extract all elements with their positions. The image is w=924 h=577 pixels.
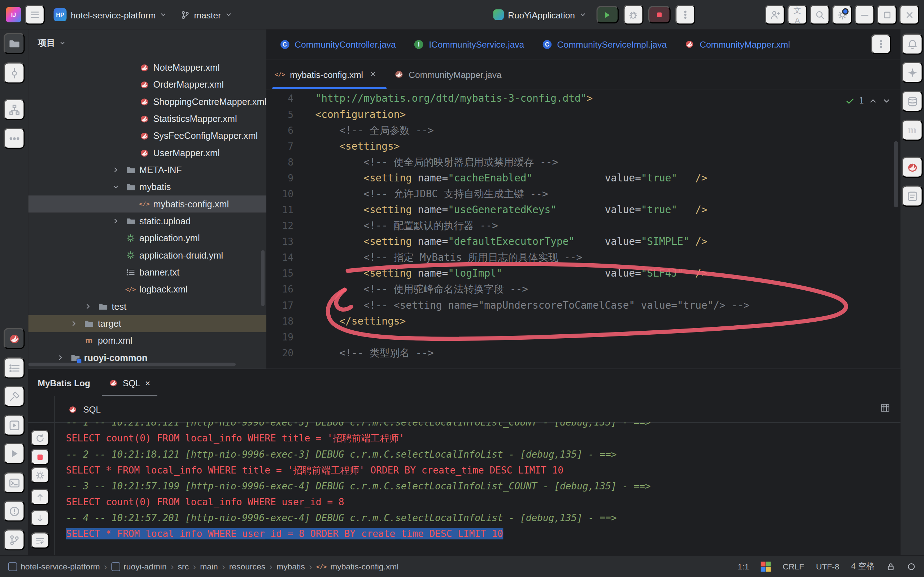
editor-tab-CommunityMapper.xml[interactable]: CommunityMapper.xml	[681, 29, 802, 59]
tree-item-target[interactable]: target	[28, 315, 267, 332]
run-tool-icon[interactable]	[3, 443, 25, 464]
tree-item-META-INF[interactable]: META-INF	[28, 161, 267, 178]
settings-icon[interactable]	[31, 467, 50, 484]
log-line[interactable]: SELECT count(0) FROM local_info WHERE ti…	[54, 430, 900, 446]
next-problem-icon[interactable]	[882, 97, 891, 105]
line-number[interactable]: 18	[267, 313, 294, 329]
tree-item-banner.txt[interactable]: banner.txt	[28, 264, 267, 280]
breadcrumb-ruoyi-admin[interactable]: ruoyi-admin	[111, 562, 167, 571]
tree-item-pom.xml[interactable]: mpom.xml	[28, 332, 267, 349]
tree-item-application-druid.yml[interactable]: application-druid.yml	[28, 247, 267, 264]
editor-scrollbar[interactable]	[894, 141, 898, 207]
log-line[interactable]: -- 4 -- 10:21:57.201 [http-nio-9996-exec…	[54, 510, 900, 526]
project-icon[interactable]	[3, 33, 25, 54]
editor-tab-mybatis-config.xml[interactable]: </>mybatis-config.xml×	[271, 60, 388, 89]
debug-button[interactable]	[624, 5, 643, 25]
editor-tab-CommunityController.java[interactable]: CCommunityController.java	[276, 29, 407, 59]
tree-item-NoteMapper.xml[interactable]: NoteMapper.xml	[28, 59, 267, 76]
editor-tab-CommunityServiceImpl.java[interactable]: CCommunityServiceImpl.java	[538, 29, 678, 59]
editor-tab-CommunityMapper.java[interactable]: CommunityMapper.java	[390, 60, 513, 89]
stop-icon[interactable]	[31, 449, 50, 465]
chevron-down-icon[interactable]	[59, 39, 66, 47]
stop-button[interactable]	[648, 6, 670, 23]
project-widget[interactable]: HP hotel-service-platform	[48, 5, 172, 25]
more-actions-button[interactable]	[675, 5, 696, 25]
tree-item-static.upload[interactable]: static.upload	[28, 213, 267, 229]
chevron-right-icon[interactable]	[56, 353, 66, 363]
run-config-selector[interactable]: RuoYiApplication	[488, 5, 591, 25]
line-number[interactable]: 6	[267, 122, 294, 139]
horizontal-scrollbar[interactable]	[28, 363, 236, 366]
close-icon[interactable]	[899, 5, 919, 25]
chevron-right-icon[interactable]	[111, 216, 122, 226]
problems-icon[interactable]	[3, 501, 25, 522]
ai-assistant-icon[interactable]	[901, 62, 923, 83]
settings-icon[interactable]	[832, 5, 852, 25]
line-number[interactable]: 10	[267, 186, 294, 202]
line-number[interactable]: 13	[267, 234, 294, 250]
vertical-scrollbar[interactable]	[261, 250, 265, 306]
close-icon[interactable]: ×	[145, 377, 150, 388]
line-number[interactable]: 14	[267, 250, 294, 266]
inspection-widget[interactable]: 1	[845, 93, 891, 109]
caret-position[interactable]: 1:1	[737, 562, 749, 571]
close-icon[interactable]: ×	[370, 69, 376, 79]
line-number[interactable]: 19	[267, 329, 294, 345]
tree-item-OrderMapper.xml[interactable]: OrderMapper.xml	[28, 76, 267, 93]
line-number[interactable]: 20	[267, 345, 294, 361]
search-icon[interactable]	[809, 5, 830, 25]
git-icon[interactable]	[3, 529, 25, 551]
soft-wrap-icon[interactable]	[31, 532, 50, 549]
more-tools-icon[interactable]	[3, 128, 25, 149]
file-encoding[interactable]: UTF-8	[816, 562, 840, 571]
main-menu-button[interactable]	[25, 5, 45, 25]
breadcrumb-hotel-service-platform[interactable]: hotel-service-platform	[8, 562, 100, 571]
line-number[interactable]: 7	[267, 139, 294, 154]
prev-problem-icon[interactable]	[869, 97, 877, 105]
scroll-up-icon[interactable]	[31, 488, 50, 505]
chevron-right-icon[interactable]	[84, 302, 94, 311]
line-number[interactable]: 11	[267, 202, 294, 218]
line-number[interactable]: 8	[267, 154, 294, 170]
log-line[interactable]: -- 2 -- 10:21:18.121 [http-nio-9996-exec…	[54, 446, 900, 462]
translation-plugin-icon[interactable]	[901, 185, 923, 206]
minimize-icon[interactable]	[855, 5, 874, 25]
line-number[interactable]: 4	[267, 90, 294, 106]
maven-icon[interactable]: m	[901, 119, 923, 141]
breadcrumb-main[interactable]: main	[200, 562, 218, 571]
vcs-branch-widget[interactable]: master	[176, 5, 237, 25]
run-button[interactable]	[596, 6, 619, 23]
log-line[interactable]: SELECT * FROM local_info WHERE title = '…	[54, 462, 900, 478]
line-number[interactable]: 16	[267, 281, 294, 297]
line-number[interactable]: 15	[267, 266, 294, 281]
breadcrumb-mybatis[interactable]: mybatis	[276, 562, 305, 571]
log-line[interactable]: -- 3 -- 10:21:57.199 [http-nio-9996-exec…	[54, 478, 900, 494]
scroll-down-icon[interactable]	[31, 510, 50, 527]
chevron-down-icon[interactable]	[111, 182, 122, 192]
table-view-icon[interactable]	[880, 403, 890, 413]
indent-style[interactable]: 4 空格	[851, 561, 874, 572]
tree-item-logback.xml[interactable]: </>logback.xml	[28, 281, 267, 298]
mybatis-log-icon[interactable]	[3, 328, 25, 349]
tree-item-SysFeeConfigMapper.xml[interactable]: SysFeeConfigMapper.xml	[28, 127, 267, 144]
tree-item-ShoppingCentreMapper.xml[interactable]: ShoppingCentreMapper.xml	[28, 93, 267, 110]
tree-item-UserMapper.xml[interactable]: UserMapper.xml	[28, 144, 267, 161]
structure-icon[interactable]	[3, 99, 25, 120]
tree-item-mybatis-config.xml[interactable]: </>mybatis-config.xml	[28, 195, 267, 213]
breadcrumb-mybatis-config.xml[interactable]: </>mybatis-config.xml	[316, 562, 399, 571]
tree-item-mybatis[interactable]: mybatis	[28, 179, 267, 195]
log-line[interactable]: SELECT * FROM local_info WHERE user_id =…	[54, 526, 900, 542]
chevron-right-icon[interactable]	[111, 165, 122, 174]
commit-icon[interactable]	[3, 62, 25, 84]
rerun-icon[interactable]	[31, 430, 50, 446]
log-line[interactable]: -- 1 -- 10:21:18.121 [http-nio-9996-exec…	[54, 422, 900, 430]
tab-sql[interactable]: SQL ×	[106, 369, 154, 396]
database-icon[interactable]	[901, 90, 923, 112]
line-number[interactable]: 12	[267, 218, 294, 234]
translate-icon[interactable]: 文A	[787, 5, 808, 25]
services-icon[interactable]	[3, 414, 25, 436]
editor-tab-ICommunityService.java[interactable]: IICommunityService.java	[410, 29, 536, 59]
line-number[interactable]: 17	[267, 297, 294, 313]
file-lock-icon[interactable]	[887, 562, 895, 571]
tab-list-button[interactable]	[871, 34, 891, 55]
